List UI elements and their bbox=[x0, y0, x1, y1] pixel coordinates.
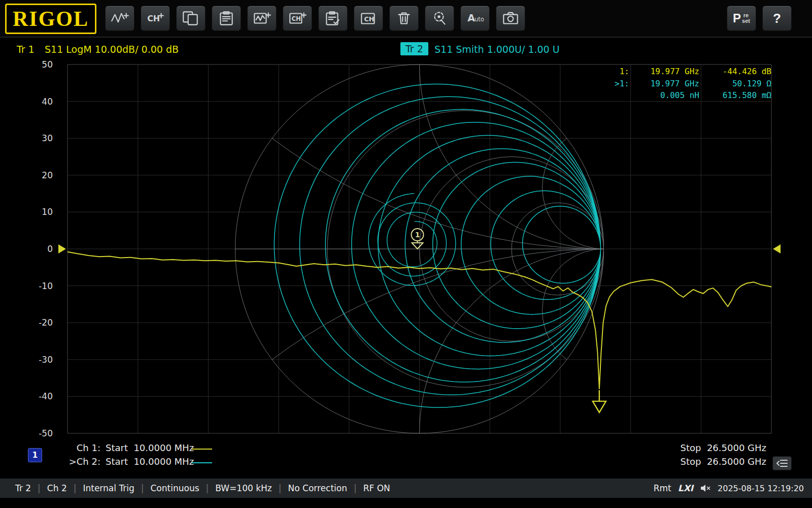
y-tick-label: 10 bbox=[42, 207, 53, 217]
marker-readout-row: 0.005 nH615.580 mΩ bbox=[604, 89, 774, 102]
marker-1-tr1[interactable] bbox=[593, 390, 606, 412]
channel-add-button[interactable]: CH bbox=[141, 6, 170, 31]
ref-level-arrow-right[interactable] bbox=[773, 244, 781, 253]
speaker-muted-icon[interactable] bbox=[700, 484, 711, 492]
marker-readout-cell: 19.977 GHz bbox=[629, 66, 699, 78]
channel1-stop: Stop 26.5000 GHz bbox=[681, 442, 766, 453]
copy-trace-button[interactable] bbox=[176, 6, 206, 31]
svg-text:CH: CH bbox=[147, 14, 160, 23]
svg-text:CH: CH bbox=[364, 15, 375, 23]
y-axis-labels: 50403020100-10-20-30-40-50 bbox=[39, 59, 53, 438]
ref-level-arrow-left[interactable] bbox=[58, 244, 66, 253]
y-tick-label: 50 bbox=[42, 59, 53, 70]
status-field-2[interactable]: Internal Trig bbox=[76, 483, 141, 493]
status-field-5[interactable]: No Correction bbox=[282, 483, 354, 493]
status-field-6[interactable]: RF ON bbox=[357, 483, 397, 493]
channel-window-icon: CH bbox=[359, 10, 378, 27]
marker-readout: 1:19.977 GHz-44.426 dB>1:19.977 GHz50.12… bbox=[604, 66, 774, 102]
measure-setup-icon bbox=[217, 10, 236, 27]
marker-readout-cell: 50.129 Ω bbox=[699, 78, 771, 90]
channel2-label: >Ch 2: bbox=[51, 456, 100, 467]
preset-label-bottom: set bbox=[742, 18, 750, 24]
preset-label-small: re set bbox=[742, 13, 750, 24]
vna-screen: RIGOL CHCHCHAuto P re set ? Tr 1 S11 Log… bbox=[0, 0, 812, 508]
header-bar: RIGOL CHCHCHAuto P re set ? bbox=[0, 0, 812, 38]
status-field-0[interactable]: Tr 2 bbox=[0, 483, 38, 493]
marker-readout-cell: 19.977 GHz bbox=[629, 78, 699, 90]
marker-readout-row: >1:19.977 GHz50.129 Ω bbox=[604, 78, 774, 90]
trace-window-add-icon bbox=[252, 10, 272, 27]
help-label: ? bbox=[773, 11, 781, 26]
marker-readout-row: 1:19.977 GHz-44.426 dB bbox=[604, 66, 774, 78]
marker-readout-cell: 0.005 nH bbox=[629, 89, 699, 102]
status-field-1[interactable]: Ch 2 bbox=[41, 483, 74, 493]
status-field-4[interactable]: BW=100 kHz bbox=[209, 483, 279, 493]
channel1-start: Start 10.0000 MHz bbox=[106, 442, 194, 453]
status-field-3[interactable]: Continuous bbox=[144, 483, 206, 493]
channel1-label: Ch 1: bbox=[51, 442, 100, 453]
y-tick-label: 30 bbox=[42, 133, 53, 143]
touch-icon bbox=[430, 10, 449, 27]
marker-readout-cell bbox=[604, 89, 629, 102]
channel-window-add-button[interactable]: CH bbox=[283, 6, 312, 31]
channel-window-add-icon: CH bbox=[288, 10, 307, 27]
status-fields: Tr 2|Ch 2|Internal Trig|Continuous|BW=10… bbox=[0, 483, 397, 493]
y-tick-label: -50 bbox=[39, 428, 53, 438]
trace-setup-icon bbox=[323, 10, 343, 27]
delete-icon bbox=[394, 10, 414, 27]
marker-readout-cell: -44.426 dB bbox=[699, 66, 771, 78]
trace-setup-button[interactable] bbox=[318, 6, 348, 31]
channel2-start: Start 10.0000 MHz bbox=[106, 456, 194, 467]
channel-window-button[interactable]: CH bbox=[354, 6, 383, 31]
plot-area[interactable]: 50403020100-10-20-30-40-501 bbox=[0, 37, 812, 478]
marker-readout-cell: 615.580 mΩ bbox=[699, 89, 771, 102]
remote-indicator[interactable]: Rmt bbox=[654, 483, 671, 493]
status-right-cluster: Rmt LXI 2025-08-15 12:19:20 bbox=[654, 483, 804, 493]
preset-button[interactable]: P re set bbox=[727, 6, 756, 31]
trace-add-icon bbox=[110, 10, 129, 27]
menu-collapse-button[interactable] bbox=[772, 456, 792, 470]
screenshot-icon bbox=[501, 10, 520, 27]
y-tick-label: -30 bbox=[39, 355, 53, 365]
y-tick-label: -10 bbox=[39, 281, 53, 291]
channel2-stop: Stop 26.5000 GHz bbox=[681, 456, 766, 467]
touch-button[interactable] bbox=[425, 6, 454, 31]
copy-trace-icon bbox=[181, 10, 200, 27]
measure-setup-button[interactable] bbox=[212, 6, 241, 31]
y-tick-label: -40 bbox=[39, 391, 53, 401]
datetime-display: 2025-08-15 12:19:20 bbox=[718, 484, 804, 493]
trace-add-button[interactable] bbox=[105, 6, 134, 31]
help-button[interactable]: ? bbox=[762, 6, 792, 31]
y-tick-label: 20 bbox=[42, 170, 53, 180]
y-tick-label: 40 bbox=[42, 97, 53, 107]
preset-label-initial: P bbox=[733, 11, 741, 25]
trace-window-add-button[interactable] bbox=[247, 6, 277, 31]
marker-1-tr2-label: 1 bbox=[415, 231, 420, 239]
status-bar: Tr 2|Ch 2|Internal Trig|Continuous|BW=10… bbox=[0, 479, 812, 498]
y-tick-label: 0 bbox=[47, 244, 53, 254]
y-tick-label: -20 bbox=[39, 318, 53, 328]
screenshot-button[interactable] bbox=[496, 6, 525, 31]
delete-button[interactable] bbox=[389, 6, 419, 31]
svg-text:CH: CH bbox=[291, 15, 300, 22]
auto-scale-button[interactable]: Auto bbox=[460, 6, 490, 31]
marker-readout-cell: 1: bbox=[604, 66, 629, 78]
channel1-row: Ch 1: Start 10.0000 MHz Stop 26.5000 GHz bbox=[0, 442, 812, 456]
channel2-trace-swatch bbox=[192, 462, 212, 463]
trace-tr2-smith bbox=[274, 84, 600, 408]
auto-scale-icon: Auto bbox=[465, 10, 485, 27]
menu-collapse-icon bbox=[776, 458, 788, 468]
channel2-row: >Ch 2: Start 10.0000 MHz Stop 26.5000 GH… bbox=[0, 456, 812, 470]
lxi-indicator[interactable]: LXI bbox=[678, 483, 693, 493]
marker-1-tr2[interactable]: 1 bbox=[412, 229, 424, 249]
channel-add-icon: CH bbox=[146, 10, 165, 27]
channel1-trace-swatch bbox=[192, 449, 212, 450]
rigol-logo: RIGOL bbox=[5, 4, 96, 34]
svg-text:uto: uto bbox=[475, 16, 484, 23]
marker-readout-cell: >1: bbox=[604, 78, 629, 90]
